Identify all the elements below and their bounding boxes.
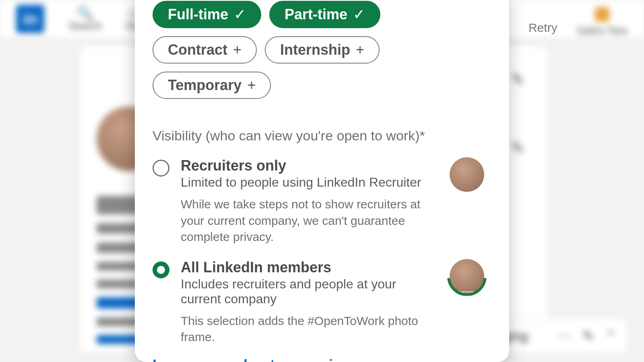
visibility-heading: Visibility (who can view you're open to … xyxy=(135,110,509,144)
chip-label: Part-time xyxy=(285,7,347,22)
chip-part-time[interactable]: Part-time ✓ xyxy=(269,1,380,28)
visibility-option-all[interactable]: All LinkedIn members Includes recruiters… xyxy=(135,245,509,346)
chip-label: Temporary xyxy=(168,78,242,93)
open-to-work-modal: Full-time ✓ Part-time ✓ Contract + Inter… xyxy=(135,0,509,362)
chip-contract[interactable]: Contract + xyxy=(153,36,257,64)
plus-icon: + xyxy=(233,43,242,57)
modal-overlay: Full-time ✓ Part-time ✓ Contract + Inter… xyxy=(0,0,644,362)
chip-label: Contract xyxy=(168,43,227,57)
job-type-chips: Full-time ✓ Part-time ✓ Contract + Inter… xyxy=(135,0,509,110)
option-avatar-preview-framed: #OPENTOWORK xyxy=(450,259,484,294)
option-subtitle: Limited to people using LinkedIn Recruit… xyxy=(181,175,438,190)
option-body: Recruiters only Limited to people using … xyxy=(181,157,438,245)
option-note: This selection adds the #OpenToWork phot… xyxy=(181,313,438,346)
option-subtitle: Includes recruiters and people at your c… xyxy=(181,277,438,306)
option-title: Recruiters only xyxy=(181,157,438,174)
check-icon: ✓ xyxy=(234,7,246,22)
visibility-option-recruiters[interactable]: Recruiters only Limited to people using … xyxy=(135,144,509,245)
radio-all-members[interactable] xyxy=(153,261,169,278)
chip-full-time[interactable]: Full-time ✓ xyxy=(153,1,261,28)
chip-internship[interactable]: Internship + xyxy=(265,36,380,64)
plus-icon: + xyxy=(247,78,256,93)
privacy-link[interactable]: Learn more about your privacy xyxy=(135,346,509,362)
chip-temporary[interactable]: Temporary + xyxy=(153,72,271,99)
plus-icon: + xyxy=(356,43,364,57)
chip-label: Internship xyxy=(280,43,350,57)
option-avatar-preview xyxy=(450,157,484,192)
option-note: While we take steps not to show recruite… xyxy=(181,196,438,245)
check-icon: ✓ xyxy=(353,7,365,22)
open-to-work-tag: #OPENTOWORK xyxy=(450,290,483,294)
radio-recruiters[interactable] xyxy=(153,160,169,177)
chip-label: Full-time xyxy=(168,7,228,22)
option-body: All LinkedIn members Includes recruiters… xyxy=(181,259,438,346)
option-title: All LinkedIn members xyxy=(181,259,438,276)
